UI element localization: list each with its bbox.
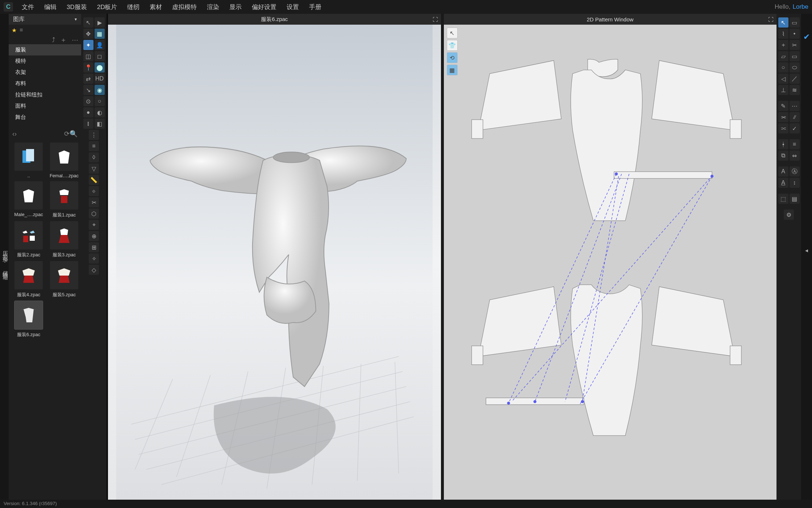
r-polygon[interactable]: ▱ bbox=[778, 51, 788, 61]
menu-settings[interactable]: 设置 bbox=[282, 3, 304, 11]
asset-g5[interactable]: 服装5.zpac bbox=[48, 261, 80, 298]
r-fold[interactable]: ⍿ bbox=[778, 139, 788, 149]
cat-hanger[interactable]: 衣架 bbox=[9, 67, 81, 78]
r-rectangle[interactable]: ▭ bbox=[790, 51, 800, 61]
cat-stage[interactable]: 舞台 bbox=[9, 112, 81, 123]
tool-measure[interactable]: 📏 bbox=[89, 175, 99, 185]
menu-avatar[interactable]: 虚拟模特 bbox=[167, 3, 202, 11]
mini-body[interactable]: 👕 bbox=[447, 40, 458, 51]
tool-x6[interactable]: ✂ bbox=[89, 197, 99, 207]
tool-x10[interactable]: ⊞ bbox=[89, 242, 99, 252]
r-settings[interactable]: ⚙ bbox=[784, 210, 794, 220]
asset-female[interactable]: Femal….zpac bbox=[48, 143, 80, 178]
confirm-icon[interactable]: ✔ bbox=[801, 32, 812, 42]
asset-g2[interactable]: 服装2.zpac bbox=[12, 221, 45, 258]
cat-fabric[interactable]: 布料 bbox=[9, 78, 81, 89]
vtab-storage[interactable]: 储物箱 bbox=[3, 266, 9, 273]
menu-material[interactable]: 素材 bbox=[145, 3, 167, 11]
maximize-2d-icon[interactable]: ⛶ bbox=[768, 16, 774, 22]
tool-x4[interactable]: ▽ bbox=[89, 164, 99, 174]
menu-edit[interactable]: 编辑 bbox=[39, 3, 62, 11]
tool-env[interactable]: ○ bbox=[95, 96, 105, 106]
collapse-icon[interactable]: ◂ bbox=[801, 245, 812, 255]
menu-render[interactable]: 渲染 bbox=[202, 3, 224, 11]
menu-manual[interactable]: 手册 bbox=[304, 3, 326, 11]
tool-pattern-show[interactable]: ◻ bbox=[95, 51, 105, 61]
search-icon[interactable]: 🔍 bbox=[70, 130, 78, 138]
menu-3dgarment[interactable]: 3D服装 bbox=[62, 3, 92, 11]
r-dart[interactable]: ◁ bbox=[778, 74, 788, 84]
tool-x9[interactable]: ⊕ bbox=[89, 231, 99, 241]
fwd-icon[interactable]: › bbox=[14, 130, 17, 138]
tool-fold[interactable]: ↘ bbox=[83, 85, 93, 95]
tool-gizmo[interactable]: ✦ bbox=[83, 40, 93, 50]
tool-x12[interactable]: ◇ bbox=[89, 265, 99, 275]
more-icon[interactable]: ⋯ bbox=[72, 36, 78, 44]
tool-sim[interactable]: ▶ bbox=[95, 17, 105, 28]
refresh-icon[interactable]: ⟳ bbox=[64, 130, 70, 138]
tool-select-mesh[interactable]: ◫ bbox=[83, 51, 93, 61]
maximize-icon[interactable]: ⛶ bbox=[433, 16, 438, 22]
r-pleats[interactable]: ≡ bbox=[790, 139, 800, 149]
asset-g4[interactable]: 服装4.zpac bbox=[12, 261, 45, 298]
r-graphing[interactable]: ▤ bbox=[790, 194, 800, 204]
r-grade[interactable]: ⬚ bbox=[778, 194, 788, 204]
cat-trim[interactable]: 拉链和纽扣 bbox=[9, 89, 81, 100]
r-internal-line[interactable]: ／ bbox=[790, 74, 800, 84]
vtab-history[interactable]: 历史记录 bbox=[3, 247, 9, 255]
tool-button[interactable]: ● bbox=[83, 107, 93, 117]
tool-x5[interactable]: ⟐ bbox=[89, 186, 99, 196]
r-segment-sew[interactable]: ⫘ bbox=[778, 112, 788, 122]
r-notch[interactable]: ⊥ bbox=[778, 85, 788, 95]
app-logo[interactable]: C bbox=[4, 2, 13, 12]
add-icon[interactable]: ＋ bbox=[60, 36, 67, 44]
tool-x1[interactable]: ◧ bbox=[95, 119, 105, 129]
asset-g1[interactable]: 服装1.zpac bbox=[48, 181, 80, 218]
r-ellipse[interactable]: ⬭ bbox=[790, 62, 800, 73]
list-icon[interactable]: ≡ bbox=[20, 27, 23, 33]
r-text-edit[interactable]: A bbox=[778, 178, 788, 188]
r-grain[interactable]: ↕ bbox=[790, 178, 800, 188]
tool-stitch[interactable]: ⋮ bbox=[89, 130, 99, 140]
tool-x2[interactable]: ≡ bbox=[89, 141, 99, 151]
tool-cursor[interactable]: ↖ bbox=[83, 17, 93, 28]
chevron-down-icon[interactable]: ▾ bbox=[75, 17, 77, 22]
tool-render-mode[interactable]: ⬤ bbox=[95, 62, 105, 73]
tool-zipper[interactable]: ⫿ bbox=[83, 119, 93, 129]
cat-material[interactable]: 面料 bbox=[9, 100, 81, 112]
tool-x7[interactable]: ⬡ bbox=[89, 208, 99, 219]
r-split[interactable]: ✂ bbox=[790, 40, 800, 50]
r-edit-pattern[interactable]: ↖ bbox=[778, 17, 788, 28]
r-add-point[interactable]: ＋ bbox=[778, 40, 788, 50]
viewport-2d-canvas[interactable]: ↖ 👕 ⟲ ▦ bbox=[444, 25, 777, 500]
r-unfold[interactable]: ⇔ bbox=[790, 150, 800, 161]
tool-pin[interactable]: 📍 bbox=[83, 62, 93, 73]
r-symmetry[interactable]: ⧉ bbox=[778, 150, 788, 161]
cat-avatar[interactable]: 模特 bbox=[9, 55, 81, 67]
menu-2dpattern[interactable]: 2D板片 bbox=[92, 3, 122, 11]
menu-file[interactable]: 文件 bbox=[17, 3, 39, 11]
r-sew-check[interactable]: ✓ bbox=[790, 123, 800, 133]
menu-preferences[interactable]: 偏好设置 bbox=[247, 3, 282, 11]
upload-icon[interactable]: ⤴ bbox=[52, 36, 55, 44]
r-trace[interactable]: ✎ bbox=[778, 101, 788, 111]
tool-tack[interactable]: ⊙ bbox=[83, 96, 93, 106]
asset-male[interactable]: Male_….zpac bbox=[12, 181, 45, 218]
r-sew-edit[interactable]: ⫗ bbox=[778, 123, 788, 133]
mini-grid[interactable]: ▦ bbox=[447, 65, 458, 75]
tool-hd[interactable]: HD bbox=[95, 74, 105, 84]
tool-x8[interactable]: ⌖ bbox=[89, 220, 99, 230]
asset-back[interactable]: .. bbox=[12, 143, 45, 178]
greeting-user[interactable]: Lorbe bbox=[793, 3, 808, 11]
r-free-sew[interactable]: ⫽ bbox=[790, 112, 800, 122]
vertical-tabs[interactable]: 历史记录 储物箱 bbox=[0, 14, 9, 500]
star-icon[interactable]: ★ bbox=[12, 27, 17, 34]
mini-sync[interactable]: ⟲ bbox=[447, 52, 458, 63]
r-edit-point[interactable]: • bbox=[790, 29, 800, 39]
r-circle[interactable]: ○ bbox=[778, 62, 788, 73]
tool-x3[interactable]: ◊ bbox=[89, 152, 99, 162]
tool-avatar-show[interactable]: 👤 bbox=[95, 40, 105, 50]
menu-sewing[interactable]: 缝纫 bbox=[122, 3, 145, 11]
r-transform[interactable]: ▭ bbox=[790, 17, 800, 28]
asset-g6[interactable]: 服装6.zpac bbox=[12, 301, 45, 338]
